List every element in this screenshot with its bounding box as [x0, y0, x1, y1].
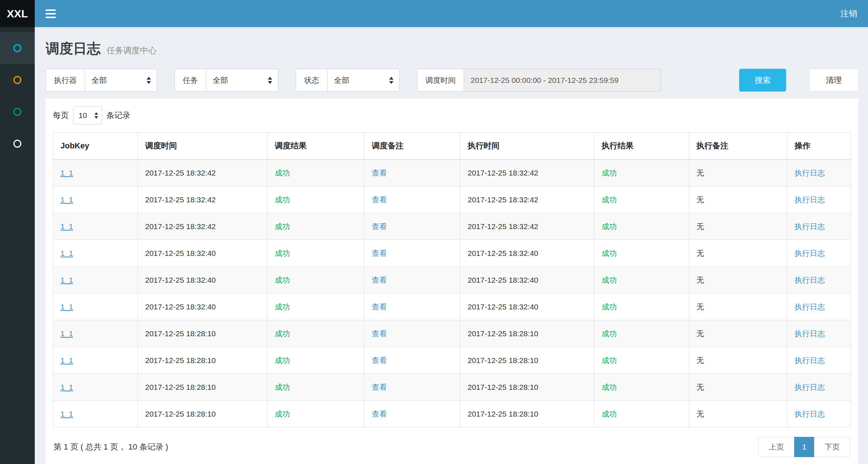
- executor-filter-value: 全部: [92, 75, 107, 85]
- nav-item-3[interactable]: [0, 96, 35, 128]
- handle-time: 2017-12-25 18:28:10: [468, 410, 538, 418]
- jobkey-link[interactable]: 1_1: [60, 303, 73, 311]
- handle-time: 2017-12-25 18:32:42: [468, 169, 538, 177]
- column-header: 调度结果: [267, 133, 365, 160]
- exec-log-link[interactable]: 执行日志: [795, 303, 825, 311]
- handle-time: 2017-12-25 18:32:42: [468, 222, 538, 231]
- trigger-time: 2017-12-25 18:32:42: [145, 195, 216, 204]
- handle-time: 2017-12-25 18:28:10: [468, 383, 538, 391]
- trigger-time: 2017-12-25 18:32:40: [145, 276, 216, 284]
- trigger-msg-link[interactable]: 查看: [372, 249, 387, 257]
- exec-log-link[interactable]: 执行日志: [795, 356, 825, 364]
- job-filter-select[interactable]: 全部: [206, 69, 278, 92]
- handle-result: 成功: [602, 249, 617, 257]
- jobkey-link[interactable]: 1_1: [60, 356, 73, 364]
- trigger-msg-link[interactable]: 查看: [372, 222, 387, 231]
- jobkey-link[interactable]: 1_1: [60, 329, 73, 338]
- nav-item-2[interactable]: [0, 64, 35, 96]
- exec-log-link[interactable]: 执行日志: [795, 383, 825, 391]
- handle-time: 2017-12-25 18:32:42: [468, 195, 538, 204]
- next-page-button[interactable]: 下页: [814, 437, 850, 457]
- column-header: JobKey: [53, 133, 138, 160]
- circle-icon: [13, 140, 21, 148]
- log-table-panel: 每页 10 条记录 JobKey调度时间调度结果调度备注执行时间执行结果执行备注…: [46, 98, 858, 464]
- table-row: 1_12017-12-25 18:28:10成功查看2017-12-25 18:…: [53, 401, 851, 427]
- handle-msg: 无: [696, 276, 704, 284]
- schedule-time-input[interactable]: 2017-12-25 00:00:00 - 2017-12-25 23:59:5…: [464, 69, 661, 92]
- column-header: 操作: [787, 133, 851, 160]
- trigger-msg-link[interactable]: 查看: [372, 169, 387, 177]
- job-filter-label: 任务: [174, 69, 206, 92]
- status-filter-value: 全部: [334, 75, 349, 85]
- exec-log-link[interactable]: 执行日志: [795, 410, 825, 418]
- jobkey-link[interactable]: 1_1: [60, 383, 73, 391]
- table-row: 1_12017-12-25 18:28:10成功查看2017-12-25 18:…: [53, 347, 851, 374]
- trigger-result: 成功: [275, 383, 290, 391]
- table-row: 1_12017-12-25 18:32:40成功查看2017-12-25 18:…: [53, 267, 851, 294]
- executor-filter-label: 执行器: [46, 69, 85, 92]
- exec-log-link[interactable]: 执行日志: [795, 249, 825, 257]
- nav-item-4[interactable]: [0, 128, 35, 160]
- handle-time: 2017-12-25 18:28:10: [468, 356, 538, 364]
- handle-time: 2017-12-25 18:32:40: [468, 303, 538, 311]
- trigger-time: 2017-12-25 18:28:10: [145, 383, 216, 391]
- circle-icon: [13, 44, 21, 52]
- handle-result: 成功: [602, 169, 617, 177]
- jobkey-link[interactable]: 1_1: [60, 249, 73, 257]
- status-filter-group: 状态 全部: [296, 69, 400, 92]
- prev-page-button[interactable]: 上页: [758, 437, 795, 457]
- app-logo[interactable]: XXL: [0, 0, 35, 27]
- circle-icon: [13, 76, 21, 84]
- trigger-result: 成功: [275, 303, 290, 311]
- handle-result: 成功: [602, 195, 617, 204]
- logout-link[interactable]: 注销: [830, 0, 868, 27]
- clear-button[interactable]: 清理: [809, 69, 858, 92]
- jobkey-link[interactable]: 1_1: [60, 169, 73, 177]
- executor-filter-group: 执行器 全部: [46, 69, 157, 92]
- nav-item-1[interactable]: [0, 32, 35, 64]
- top-navbar: XXL 注销: [0, 0, 868, 27]
- trigger-time: 2017-12-25 18:28:10: [145, 329, 216, 338]
- handle-time: 2017-12-25 18:32:40: [468, 249, 538, 257]
- handle-msg: 无: [696, 222, 704, 231]
- column-header: 执行结果: [594, 133, 689, 160]
- select-arrows-icon: [147, 77, 151, 84]
- status-filter-label: 状态: [296, 69, 327, 92]
- trigger-msg-link[interactable]: 查看: [372, 195, 387, 204]
- schedule-time-filter-group: 调度时间 2017-12-25 00:00:00 - 2017-12-25 23…: [417, 69, 661, 92]
- exec-log-link[interactable]: 执行日志: [795, 169, 825, 177]
- trigger-time: 2017-12-25 18:32:42: [145, 169, 216, 177]
- page-size-select[interactable]: 10: [73, 106, 102, 125]
- column-header: 执行备注: [689, 133, 787, 160]
- current-page-button[interactable]: 1: [794, 437, 814, 457]
- select-arrows-icon: [389, 77, 393, 84]
- exec-log-link[interactable]: 执行日志: [795, 276, 825, 284]
- trigger-result: 成功: [275, 195, 290, 204]
- exec-log-link[interactable]: 执行日志: [795, 195, 825, 204]
- trigger-time: 2017-12-25 18:28:10: [145, 410, 216, 418]
- jobkey-link[interactable]: 1_1: [60, 276, 73, 284]
- trigger-msg-link[interactable]: 查看: [372, 303, 387, 311]
- jobkey-link[interactable]: 1_1: [60, 222, 73, 231]
- circle-icon: [13, 108, 21, 116]
- trigger-msg-link[interactable]: 查看: [372, 356, 387, 364]
- trigger-msg-link[interactable]: 查看: [372, 276, 387, 284]
- handle-msg: 无: [696, 356, 704, 364]
- handle-result: 成功: [602, 222, 617, 231]
- handle-msg: 无: [696, 169, 704, 177]
- exec-log-link[interactable]: 执行日志: [795, 222, 825, 231]
- executor-filter-select[interactable]: 全部: [85, 69, 157, 92]
- sidebar: [0, 27, 35, 464]
- jobkey-link[interactable]: 1_1: [60, 410, 73, 418]
- handle-msg: 无: [696, 249, 704, 257]
- sidebar-toggle-button[interactable]: [35, 0, 67, 27]
- trigger-msg-link[interactable]: 查看: [372, 329, 387, 338]
- trigger-msg-link[interactable]: 查看: [372, 383, 387, 391]
- status-filter-select[interactable]: 全部: [327, 69, 400, 92]
- search-button[interactable]: 搜索: [739, 69, 786, 92]
- jobkey-link[interactable]: 1_1: [60, 195, 73, 204]
- trigger-time: 2017-12-25 18:32:40: [145, 249, 216, 257]
- pagination: 上页 1 下页: [758, 437, 850, 457]
- trigger-msg-link[interactable]: 查看: [372, 410, 387, 418]
- exec-log-link[interactable]: 执行日志: [795, 329, 825, 338]
